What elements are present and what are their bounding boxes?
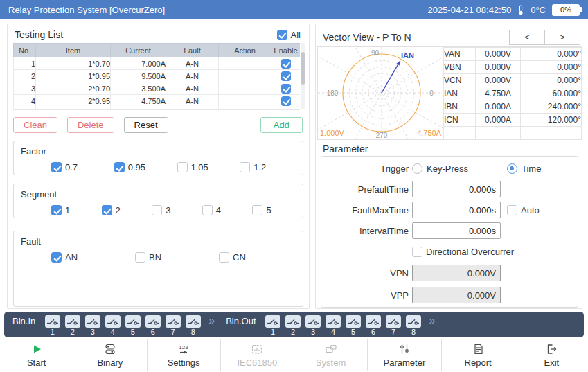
cell-enable (271, 95, 301, 107)
report-icon (472, 343, 484, 356)
trigger-time-radio[interactable]: Time (507, 163, 541, 174)
trigger-row: Trigger Key-Press Time (321, 158, 578, 179)
title-bar: Relay Protection System [OvercurZero] 20… (0, 0, 588, 19)
cell-enable (271, 57, 301, 70)
channel-number: 7 (391, 328, 395, 336)
switch-icon (406, 315, 421, 328)
switch-icon (346, 315, 361, 328)
factor-option[interactable]: 0.95 (114, 162, 177, 172)
vector-name: IAN (444, 87, 476, 100)
factor-option[interactable]: 1.05 (177, 162, 240, 172)
cell-no (14, 107, 36, 111)
bin-in-channel: 5 (123, 315, 143, 336)
directional-overcurrent-checkbox[interactable]: Directional Overcurrer (412, 247, 514, 257)
switch-icon (285, 315, 301, 328)
start-button[interactable]: Start (0, 339, 73, 371)
play-icon (30, 343, 43, 356)
vector-row: VAN0.000V0.000° (444, 48, 582, 61)
next-button[interactable]: > (544, 30, 580, 45)
channel-number: 1 (51, 328, 55, 336)
testing-list-title: Testing List (15, 29, 63, 40)
iec61850-icon (251, 343, 263, 356)
segment-option[interactable]: 3 (152, 205, 202, 215)
all-checkbox[interactable]: All (277, 30, 301, 40)
clean-button[interactable]: Clean (13, 117, 57, 133)
channel-number: 5 (351, 328, 355, 336)
switch-icon (366, 315, 381, 328)
segment-group: Segment 12345 (13, 184, 303, 218)
bin-in-channel: 8 (183, 315, 203, 336)
segment-option[interactable]: 4 (202, 205, 253, 215)
exit-button[interactable]: Exit (515, 339, 588, 371)
cell-current: 7.000A (111, 57, 166, 70)
factor-option[interactable]: 1.2 (240, 162, 303, 172)
toolbar-label: IEC61850 (237, 357, 277, 368)
table-row[interactable] (14, 107, 301, 111)
table-row[interactable]: 32*0.703.500AA-N (14, 82, 301, 95)
intervaltime-input[interactable] (412, 222, 501, 239)
scrollbar-thumb[interactable] (301, 52, 305, 85)
parameter-field-row: FaultMaxTimeAuto (321, 200, 578, 220)
all-checkbox-box[interactable] (277, 30, 287, 40)
faultmaxtime-input[interactable] (412, 202, 501, 218)
bin-out-channel: 3 (303, 315, 323, 336)
switch-icon (145, 315, 161, 328)
toolbar-label: Settings (168, 357, 200, 368)
row-enable-checkbox[interactable] (281, 59, 291, 69)
angle-label-270: 270 (376, 132, 388, 139)
parameter-button[interactable]: Parameter (368, 339, 441, 371)
settings-button[interactable]: 123Settings (148, 339, 221, 371)
prefaulttime-input[interactable] (412, 181, 501, 197)
switch-icon (65, 315, 80, 328)
prev-button[interactable]: < (509, 30, 545, 45)
channel-number: 6 (371, 328, 375, 336)
channel-number: 8 (191, 328, 195, 336)
cell-enable (271, 107, 301, 111)
toolbar-label: System (316, 357, 346, 368)
switch-icon (265, 315, 280, 328)
row-enable-checkbox[interactable] (281, 109, 291, 110)
toolbar-label: Report (465, 357, 492, 368)
field-label: VPN (321, 268, 409, 278)
add-button[interactable]: Add (260, 117, 303, 133)
trigger-keypress-radio[interactable]: Key-Press (412, 163, 468, 174)
iec61850-button: IEC61850 (221, 339, 294, 371)
table-scrollbar[interactable] (301, 43, 305, 109)
channel-number: 6 (151, 328, 155, 336)
toolbar-label: Exit (544, 357, 560, 368)
table-row[interactable]: 21*0.959.500AA-N (14, 70, 301, 82)
segment-option[interactable]: 1 (51, 205, 102, 215)
trigger-label: Trigger (321, 163, 409, 174)
table-row[interactable]: 11*0.707.000AA-N (14, 57, 301, 70)
factor-option[interactable]: 0.7 (51, 162, 114, 172)
vector-view-title: Vector View - P To N (323, 32, 411, 43)
fault-option[interactable]: CN (219, 252, 303, 263)
switch-icon (305, 315, 321, 328)
row-enable-checkbox[interactable] (281, 84, 291, 94)
segment-option[interactable]: 2 (102, 205, 152, 215)
reset-button[interactable]: Reset (124, 117, 168, 133)
segment-option[interactable]: 5 (252, 205, 303, 215)
bin-in-label: Bin.In (12, 316, 35, 326)
column-header: No. (14, 44, 36, 57)
svg-text:123: 123 (179, 344, 188, 351)
fault-option[interactable]: BN (135, 252, 219, 263)
report-button[interactable]: Report (442, 339, 515, 371)
cell-fault: A-N (166, 95, 219, 107)
bin-in-channel: 6 (143, 315, 163, 336)
testing-list-table: No.ItemCurrentFaultActionEnable 11*0.707… (13, 43, 300, 110)
delete-button[interactable]: Delete (67, 117, 114, 133)
auto-checkbox[interactable]: Auto (507, 205, 540, 215)
table-row[interactable]: 42*0.954.750AA-N (14, 95, 301, 107)
row-enable-checkbox[interactable] (281, 96, 291, 106)
vector-magnitude: 0.000V (476, 61, 521, 74)
cell-action (219, 107, 271, 111)
row-enable-checkbox[interactable] (281, 71, 291, 81)
fault-option[interactable]: AN (51, 252, 135, 263)
vector-row: ICN0.000A120.000° (444, 114, 582, 127)
channel-number: 5 (131, 328, 135, 336)
cell-no: 2 (14, 70, 36, 82)
vpp-readonly-input (412, 287, 501, 303)
cell-no: 3 (14, 82, 36, 95)
binary-button[interactable]: Binary (73, 339, 147, 371)
